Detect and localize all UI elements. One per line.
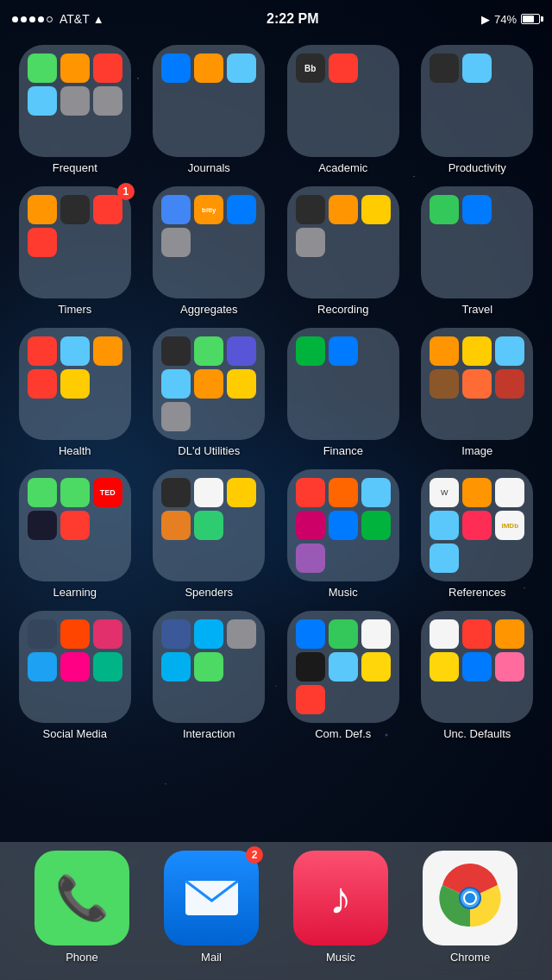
dock-chrome[interactable]: Chrome <box>423 851 518 964</box>
folder-finance[interactable]: Finance <box>280 328 406 457</box>
app-reddit <box>60 619 90 649</box>
folder-icon-social-media <box>19 611 131 723</box>
app-s1 <box>161 478 191 507</box>
folder-icon-aggregates: bitly <box>153 186 265 298</box>
phone-icon: 📞 <box>34 851 129 945</box>
dock-music[interactable]: ♪ Music <box>293 851 388 964</box>
folder-com-defs[interactable]: Com. Def.s <box>280 611 406 740</box>
app-h3 <box>93 336 122 366</box>
app-u6 <box>227 369 256 399</box>
signal-dot-5 <box>47 16 53 22</box>
app-m7 <box>296 543 325 573</box>
app-follow <box>430 543 459 573</box>
app-cam2 <box>296 195 325 224</box>
mail-envelope-svg <box>184 876 240 920</box>
app-skype <box>161 652 191 682</box>
app-wiki: W <box>430 478 459 507</box>
timers-badge: 1 <box>117 183 135 200</box>
dock-mail-label: Mail <box>201 951 222 964</box>
folder-icon-unc-defaults <box>421 611 533 723</box>
folder-unc-defaults[interactable]: Unc. Defaults <box>415 611 541 740</box>
folder-travel[interactable]: Travel <box>415 186 541 316</box>
app-i4 <box>430 369 459 399</box>
folder-label-com-defs: Com. Def.s <box>315 727 371 740</box>
folder-timers[interactable]: 1 Timers <box>12 186 138 316</box>
folder-academic[interactable]: Bb Academic <box>280 45 406 174</box>
folder-icon-health <box>19 328 131 440</box>
folder-label-recording: Recording <box>317 303 368 316</box>
folder-productivity[interactable]: Productivity <box>415 45 541 174</box>
app-u3 <box>227 336 256 366</box>
folder-aggregates[interactable]: bitly Aggregates <box>147 186 273 316</box>
app-journal1 <box>161 53 191 83</box>
app-gdrive <box>161 195 191 224</box>
battery-icon <box>521 14 540 24</box>
app-tumblr <box>28 619 57 649</box>
app-news <box>60 511 90 540</box>
app-photos <box>361 619 391 649</box>
folder-health[interactable]: Health <box>12 328 138 457</box>
folder-label-music: Music <box>329 586 358 599</box>
app-td <box>296 336 325 366</box>
folder-references[interactable]: W IMDb References <box>415 469 541 599</box>
app-owl <box>60 478 90 507</box>
app-messenger <box>194 619 223 649</box>
folder-label-references: References <box>448 586 505 599</box>
folder-learning[interactable]: TED Learning <box>12 469 138 599</box>
music-icon: ♪ <box>293 851 388 945</box>
folder-label-social-media: Social Media <box>43 727 107 740</box>
app-cal <box>462 619 492 649</box>
folder-dld-utilities[interactable]: DL'd Utilities <box>147 328 273 457</box>
folder-journals[interactable]: Journals <box>147 45 273 174</box>
signal-dot-1 <box>12 16 18 22</box>
folder-icon-productivity <box>421 45 533 157</box>
app-tv <box>28 511 57 540</box>
dock-mail[interactable]: 2 Mail <box>164 851 259 964</box>
location-icon: ▶ <box>481 13 490 26</box>
dock-phone[interactable]: 📞 Phone <box>34 851 129 964</box>
folder-icon-frequent <box>19 45 131 157</box>
app-empty5 <box>194 86 223 116</box>
app-h5 <box>60 369 90 399</box>
app-h4 <box>28 369 57 399</box>
app-i6 <box>495 369 524 399</box>
folder-frequent[interactable]: Frequent <box>12 45 138 174</box>
app-mail <box>93 53 122 83</box>
phone-symbol: 📞 <box>55 873 109 923</box>
app-facetime <box>194 652 223 682</box>
app-maps <box>430 195 459 224</box>
app-m5 <box>329 511 358 540</box>
folder-label-productivity: Productivity <box>448 161 506 174</box>
folder-image[interactable]: Image <box>415 328 541 457</box>
app-clap <box>296 652 325 682</box>
folder-label-timers: Timers <box>58 303 91 316</box>
folder-label-finance: Finance <box>323 444 363 457</box>
clock: 2:22 PM <box>267 11 318 27</box>
folder-icon-image <box>421 328 533 440</box>
app-grid: Frequent Journals Bb Academic Productivi… <box>0 36 552 749</box>
folder-icon-timers: 1 <box>19 186 131 298</box>
app-pink <box>462 511 492 540</box>
folder-recording[interactable]: Recording <box>280 186 406 316</box>
app-empty4 <box>161 86 191 116</box>
app-alarm <box>28 195 57 224</box>
folder-label-academic: Academic <box>318 161 367 174</box>
app-bb: Bb <box>296 53 325 83</box>
folder-spenders[interactable]: Spenders <box>147 469 273 599</box>
app-vid <box>361 195 391 224</box>
folder-music[interactable]: Music <box>280 469 406 599</box>
app-maps2 <box>329 619 358 649</box>
carrier-label: AT&T <box>60 12 90 26</box>
app-photos2 <box>495 652 524 682</box>
folder-social-media[interactable]: Social Media <box>12 611 138 740</box>
status-right: ▶ 74% <box>481 13 540 26</box>
mail-icon: 2 <box>164 851 259 945</box>
folder-interaction[interactable]: Interaction <box>147 611 273 740</box>
app-cam3 <box>296 228 325 257</box>
folder-label-image: Image <box>461 444 492 457</box>
folder-icon-recording <box>287 186 399 298</box>
app-i2 <box>462 336 492 366</box>
folder-icon-dld-utilities <box>153 328 265 440</box>
app-i3 <box>495 336 524 366</box>
app-empty2 <box>60 119 90 148</box>
